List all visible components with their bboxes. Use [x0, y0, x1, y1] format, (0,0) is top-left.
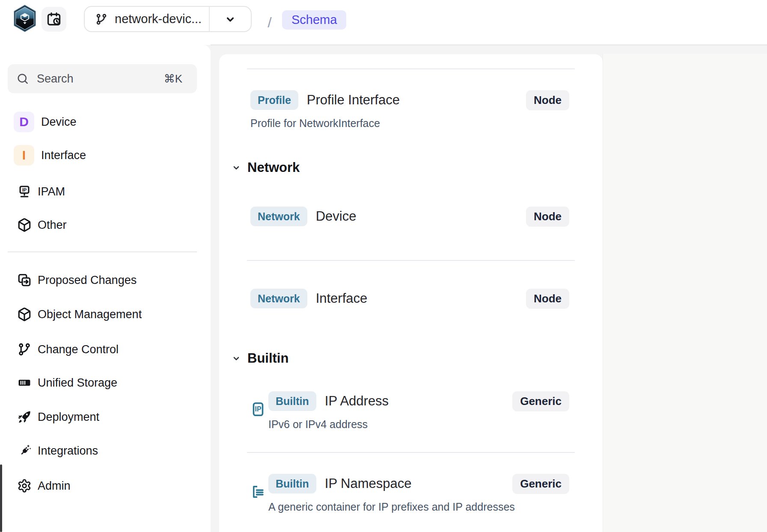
git-branch-icon	[17, 342, 32, 357]
search-input[interactable]: Search ⌘K	[8, 64, 197, 93]
schema-title: Profile Interface	[307, 92, 400, 108]
sidebar-item-unified-storage[interactable]: Unified Storage	[0, 371, 211, 395]
chevron-down-icon	[231, 163, 241, 173]
scrollbar-thumb[interactable]	[0, 464, 2, 532]
sidebar-item-label: Unified Storage	[38, 376, 117, 390]
schema-row-profile-interface[interactable]: Profile Profile Interface Node Profile f…	[250, 90, 569, 130]
branch-selector[interactable]: network-devic...	[84, 6, 252, 32]
svg-text:IP: IP	[22, 187, 27, 192]
schema-title: Device	[316, 209, 357, 224]
schema-description: A generic container for IP prefixes and …	[268, 500, 569, 513]
app-logo[interactable]	[13, 5, 37, 32]
sidebar-item-ipam[interactable]: IP IPAM	[0, 180, 211, 204]
gear-icon	[17, 479, 32, 493]
plug-icon	[17, 443, 32, 458]
schema-title: Interface	[316, 291, 368, 306]
sidebar-item-other[interactable]: Other	[0, 213, 211, 237]
sidebar-item-label: Other	[38, 219, 67, 232]
kind-badge: Generic	[512, 474, 569, 494]
kind-badge: Generic	[512, 391, 569, 411]
sidebar-item-label: Proposed Changes	[38, 274, 137, 287]
search-icon	[16, 72, 29, 85]
list-divider	[247, 452, 575, 453]
sidebar-item-label: Integrations	[38, 444, 98, 458]
chevron-down-icon	[231, 353, 241, 364]
branch-name: network-devic...	[115, 12, 202, 26]
interface-letter-avatar: I	[14, 145, 34, 166]
sidebar-item-object-management[interactable]: Object Management	[0, 302, 211, 326]
cube-icon	[17, 218, 32, 232]
sidebar-item-admin[interactable]: Admin	[0, 474, 211, 498]
device-letter-avatar: D	[14, 112, 34, 132]
sidebar-item-label: Deployment	[38, 411, 99, 424]
schema-description: IPv6 or IPv4 address	[268, 418, 569, 431]
schema-description: Profile for NetworkInterface	[250, 117, 569, 130]
section-label: Builtin	[247, 351, 288, 366]
sidebar-item-label: IPAM	[38, 185, 65, 198]
sidebar-item-label: Interface	[41, 149, 86, 162]
sidebar-item-label: Admin	[38, 479, 71, 493]
section-label: Network	[247, 160, 300, 175]
sidebar-item-integrations[interactable]: Integrations	[0, 439, 211, 463]
kind-badge: Node	[526, 207, 569, 227]
calendar-clock-icon	[46, 12, 62, 27]
schema-title: IP Address	[325, 393, 389, 409]
namespace-badge: Network	[250, 289, 307, 308]
kind-badge: Node	[526, 90, 569, 110]
namespace-badge: Builtin	[268, 391, 316, 411]
sidebar-item-proposed-changes[interactable]: Proposed Changes	[0, 268, 211, 292]
sidebar-item-interface[interactable]: I Interface	[0, 143, 211, 167]
proposed-changes-icon	[17, 273, 32, 287]
detail-pane-empty	[603, 54, 767, 532]
section-header-builtin[interactable]: Builtin	[231, 349, 288, 368]
branch-current[interactable]: network-devic...	[85, 7, 210, 31]
cube-icon	[17, 307, 32, 322]
sidebar-item-label: Change Control	[38, 343, 119, 356]
time-travel-button[interactable]	[42, 7, 66, 32]
app-root: { "topbar": { "branch_label": "network-d…	[0, 0, 767, 532]
sidebar-item-change-control[interactable]: Change Control	[0, 337, 211, 361]
breadcrumb-page-schema[interactable]: Schema	[282, 10, 346, 30]
svg-text:IP: IP	[255, 405, 262, 413]
sidebar: Search ⌘K D Device I Interface IP IPAM O…	[0, 45, 211, 532]
namespace-badge: Profile	[250, 90, 298, 110]
schema-row-ip-address[interactable]: IP Builtin IP Address Generic IPv6 or IP…	[250, 391, 569, 431]
infrahub-logo-icon	[13, 5, 37, 32]
schema-row-ip-namespace[interactable]: Builtin IP Namespace Generic A generic c…	[250, 473, 569, 513]
schema-row-device[interactable]: Network Device Node	[250, 206, 569, 227]
list-divider	[247, 68, 575, 69]
sidebar-item-deployment[interactable]: Deployment	[0, 405, 211, 429]
ip-address-icon: IP	[250, 402, 266, 417]
section-header-network[interactable]: Network	[231, 158, 300, 177]
search-placeholder: Search	[37, 72, 164, 86]
chevron-down-icon	[224, 13, 237, 26]
schema-list-panel: Profile Profile Interface Node Profile f…	[219, 54, 603, 532]
namespace-badge: Builtin	[268, 474, 316, 494]
schema-title: IP Namespace	[325, 476, 412, 491]
breadcrumb-separator: /	[260, 0, 279, 45]
kind-badge: Node	[526, 289, 569, 309]
top-bar: network-devic... / Schema	[0, 0, 767, 45]
rocket-icon	[17, 410, 32, 424]
topbar-divider	[211, 44, 767, 45]
search-shortcut: ⌘K	[164, 72, 182, 86]
git-branch-icon	[95, 13, 108, 26]
schema-row-interface[interactable]: Network Interface Node	[250, 288, 569, 309]
sidebar-item-device[interactable]: D Device	[0, 110, 211, 134]
sidebar-item-label: Object Management	[38, 308, 142, 321]
sidebar-divider	[8, 251, 197, 252]
branch-dropdown-toggle[interactable]	[210, 7, 251, 31]
list-divider	[247, 260, 575, 261]
sidebar-item-label: Device	[41, 115, 77, 129]
storage-icon	[17, 375, 32, 390]
ipam-icon: IP	[17, 184, 32, 199]
ip-namespace-icon	[250, 484, 266, 499]
namespace-badge: Network	[250, 207, 307, 226]
